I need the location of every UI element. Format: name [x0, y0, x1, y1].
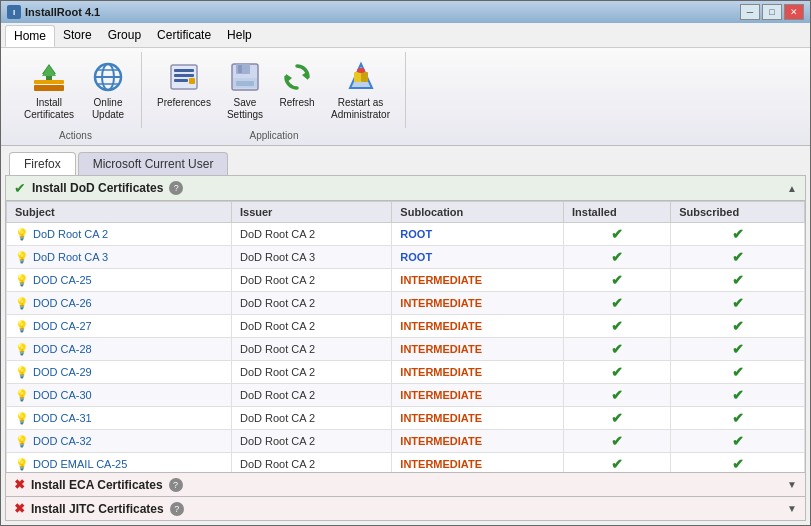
installed-check: ✔	[611, 295, 623, 311]
table-row[interactable]: 💡DOD CA-32DoD Root CA 2INTERMEDIATE✔✔	[7, 430, 805, 453]
ribbon-group-application: Preferences Sa	[142, 52, 406, 145]
cert-issuer: DoD Root CA 2	[231, 430, 391, 453]
online-update-button[interactable]: OnlineUpdate	[83, 54, 133, 126]
install-certificates-button[interactable]: InstallCertificates	[17, 54, 81, 126]
svg-rect-0	[34, 80, 64, 84]
preferences-label: Preferences	[157, 97, 211, 109]
table-row[interactable]: 💡DOD CA-26DoD Root CA 2INTERMEDIATE✔✔	[7, 292, 805, 315]
tab-firefox[interactable]: Firefox	[9, 152, 76, 175]
cert-issuer: DoD Root CA 2	[231, 269, 391, 292]
table-row[interactable]: 💡DOD CA-27DoD Root CA 2INTERMEDIATE✔✔	[7, 315, 805, 338]
jitc-status-icon: ✖	[14, 501, 25, 516]
svg-rect-11	[174, 74, 194, 77]
close-button[interactable]: ✕	[784, 4, 804, 20]
title-bar-text: I InstallRoot 4.1	[7, 5, 100, 19]
subscribed-check: ✔	[732, 433, 744, 449]
cert-sublocation: INTERMEDIATE	[392, 269, 564, 292]
jitc-section[interactable]: ✖ Install JITC Certificates ? ▼	[6, 496, 805, 520]
cert-icon: 💡	[15, 389, 29, 401]
table-row[interactable]: 💡DOD CA-29DoD Root CA 2INTERMEDIATE✔✔	[7, 361, 805, 384]
svg-rect-10	[174, 69, 194, 72]
title-bar: I InstallRoot 4.1 ─ □ ✕	[1, 1, 810, 23]
cert-subject-link[interactable]: DOD CA-25	[33, 274, 92, 286]
certificate-table-container[interactable]: Subject Issuer Sublocation Installed Sub…	[6, 201, 805, 472]
eca-info-button[interactable]: ?	[169, 478, 183, 492]
table-row[interactable]: 💡DoD Root CA 2DoD Root CA 2ROOT✔✔	[7, 223, 805, 246]
maximize-button[interactable]: □	[762, 4, 782, 20]
jitc-section-title: Install JITC Certificates	[31, 502, 164, 516]
dod-section-collapse[interactable]: ▲	[787, 183, 797, 194]
menu-item-home[interactable]: Home	[5, 25, 55, 47]
jitc-section-expand[interactable]: ▼	[787, 503, 797, 514]
cert-sublocation: ROOT	[392, 223, 564, 246]
cert-icon: 💡	[15, 228, 29, 240]
cert-subject: 💡DOD CA-26	[7, 292, 232, 315]
refresh-button[interactable]: Refresh	[272, 54, 322, 126]
cert-subject-link[interactable]: DOD CA-27	[33, 320, 92, 332]
menu-item-help[interactable]: Help	[219, 25, 260, 47]
save-settings-button[interactable]: SaveSettings	[220, 54, 270, 126]
cert-sublocation: INTERMEDIATE	[392, 453, 564, 473]
subscribed-check: ✔	[732, 387, 744, 403]
col-installed: Installed	[564, 202, 671, 223]
main-content: ✔ Install DoD Certificates ? ▲ Subject I…	[5, 175, 806, 521]
cert-icon: 💡	[15, 251, 29, 263]
refresh-icon	[279, 59, 315, 95]
cert-subscribed: ✔	[671, 223, 805, 246]
minimize-button[interactable]: ─	[740, 4, 760, 20]
table-row[interactable]: 💡DOD CA-25DoD Root CA 2INTERMEDIATE✔✔	[7, 269, 805, 292]
cert-subject-link[interactable]: DoD Root CA 2	[33, 228, 108, 240]
tab-microsoft[interactable]: Microsoft Current User	[78, 152, 229, 175]
menu-item-certificate[interactable]: Certificate	[149, 25, 219, 47]
restart-as-admin-button[interactable]: Restart asAdministrator	[324, 54, 397, 126]
table-row[interactable]: 💡DOD CA-28DoD Root CA 2INTERMEDIATE✔✔	[7, 338, 805, 361]
cert-subject: 💡DOD CA-28	[7, 338, 232, 361]
cert-subscribed: ✔	[671, 361, 805, 384]
cert-subject-link[interactable]: DOD CA-29	[33, 366, 92, 378]
cert-subject-link[interactable]: DOD CA-31	[33, 412, 92, 424]
cert-sublocation: INTERMEDIATE	[392, 361, 564, 384]
cert-sublocation: INTERMEDIATE	[392, 315, 564, 338]
subscribed-check: ✔	[732, 318, 744, 334]
eca-section[interactable]: ✖ Install ECA Certificates ? ▼	[6, 472, 805, 496]
menu-item-store[interactable]: Store	[55, 25, 100, 47]
table-row[interactable]: 💡DoD Root CA 3DoD Root CA 3ROOT✔✔	[7, 246, 805, 269]
cert-installed: ✔	[564, 269, 671, 292]
cert-subject-link[interactable]: DOD CA-32	[33, 435, 92, 447]
refresh-label: Refresh	[280, 97, 315, 109]
svg-rect-1	[34, 85, 64, 91]
subscribed-check: ✔	[732, 249, 744, 265]
cert-subject-link[interactable]: DOD CA-28	[33, 343, 92, 355]
cert-icon: 💡	[15, 366, 29, 378]
subscribed-check: ✔	[732, 364, 744, 380]
col-subscribed: Subscribed	[671, 202, 805, 223]
table-row[interactable]: 💡DOD CA-30DoD Root CA 2INTERMEDIATE✔✔	[7, 384, 805, 407]
cert-subject-link[interactable]: DOD CA-26	[33, 297, 92, 309]
cert-subscribed: ✔	[671, 430, 805, 453]
eca-section-expand[interactable]: ▼	[787, 479, 797, 490]
cert-icon: 💡	[15, 297, 29, 309]
cert-issuer: DoD Root CA 2	[231, 361, 391, 384]
online-update-label: OnlineUpdate	[92, 97, 124, 121]
cert-subject: 💡DOD CA-30	[7, 384, 232, 407]
cert-sublocation: INTERMEDIATE	[392, 407, 564, 430]
cert-subject: 💡DoD Root CA 3	[7, 246, 232, 269]
table-row[interactable]: 💡DOD EMAIL CA-25DoD Root CA 2INTERMEDIAT…	[7, 453, 805, 473]
cert-subject-link[interactable]: DOD EMAIL CA-25	[33, 458, 127, 470]
cert-subject-link[interactable]: DoD Root CA 3	[33, 251, 108, 263]
svg-rect-24	[361, 72, 368, 82]
online-update-icon	[90, 59, 126, 95]
actions-group-label: Actions	[9, 128, 142, 145]
preferences-button[interactable]: Preferences	[150, 54, 218, 126]
dod-info-button[interactable]: ?	[169, 181, 183, 195]
cert-subject: 💡DOD CA-31	[7, 407, 232, 430]
col-subject: Subject	[7, 202, 232, 223]
install-label: InstallCertificates	[24, 97, 74, 121]
cert-subscribed: ✔	[671, 338, 805, 361]
table-row[interactable]: 💡DOD CA-31DoD Root CA 2INTERMEDIATE✔✔	[7, 407, 805, 430]
menu-item-group[interactable]: Group	[100, 25, 149, 47]
jitc-info-button[interactable]: ?	[170, 502, 184, 516]
cert-subject-link[interactable]: DOD CA-30	[33, 389, 92, 401]
preferences-icon	[166, 59, 202, 95]
cert-sublocation: INTERMEDIATE	[392, 338, 564, 361]
